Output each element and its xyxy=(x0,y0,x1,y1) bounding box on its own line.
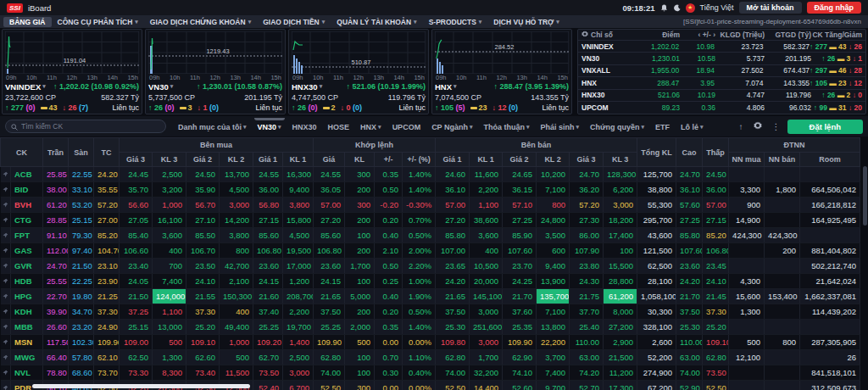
price-cell[interactable]: 52.70 xyxy=(570,381,604,390)
price-cell[interactable]: 28.85 xyxy=(43,213,69,228)
price-cell[interactable] xyxy=(765,274,800,289)
price-cell[interactable]: 23.50 xyxy=(186,259,220,274)
price-cell[interactable]: 3,800 xyxy=(220,228,253,243)
table-row-mbb[interactable]: MBB26.6023.2024.9025.1513,00025.2049,400… xyxy=(1,320,860,335)
price-cell[interactable] xyxy=(729,381,765,390)
price-cell[interactable]: 3,200 xyxy=(153,182,186,198)
price-cell[interactable]: 1.40% xyxy=(403,320,436,335)
tab-chứng-quyền[interactable]: Chứng quyền ▾ xyxy=(590,121,644,131)
price-cell[interactable]: 52.60 xyxy=(503,381,537,390)
price-cell[interactable]: 19,500 xyxy=(283,243,314,259)
price-cell[interactable]: 57.00 xyxy=(436,198,470,213)
price-cell[interactable]: 3,500 xyxy=(537,228,570,243)
price-cell[interactable]: 24.70 xyxy=(570,167,604,182)
price-cell[interactable]: 21.70 xyxy=(676,289,703,304)
price-cell[interactable]: 500 xyxy=(220,350,253,365)
price-cell[interactable]: 841,518,101 xyxy=(800,365,860,381)
price-cell[interactable]: 74.20 xyxy=(570,365,604,381)
price-cell[interactable]: 57.00 xyxy=(703,198,729,213)
ticker-symbol[interactable]: FPT xyxy=(11,228,43,243)
price-cell[interactable]: 2,500 xyxy=(153,167,186,182)
price-cell[interactable]: 21.60 xyxy=(253,289,283,304)
price-cell[interactable]: 19.80 xyxy=(69,289,94,304)
price-cell[interactable]: 24.20 xyxy=(676,274,703,289)
price-cell[interactable]: 9,400 xyxy=(537,259,570,274)
price-cell[interactable]: 124,000 xyxy=(153,289,186,304)
price-cell[interactable]: 23.45 xyxy=(703,259,729,274)
price-cell[interactable]: 110.00 xyxy=(676,335,703,350)
price-cell[interactable]: 36.00 xyxy=(703,182,729,198)
price-cell[interactable]: 34.70 xyxy=(69,304,94,320)
price-cell[interactable]: 135,700 xyxy=(537,289,570,304)
index-row-vn30[interactable]: VN301,230.0110.585.737201.195↑ 26 ▬ 3 ↓ … xyxy=(578,53,865,64)
price-cell[interactable]: 35.55 xyxy=(94,182,120,198)
price-cell[interactable]: 0.40 xyxy=(375,228,403,243)
price-cell[interactable]: 36.10 xyxy=(676,182,703,198)
price-cell[interactable]: 4,500 xyxy=(220,182,253,198)
price-cell[interactable]: 21.50 xyxy=(120,289,153,304)
subcolumn-header[interactable]: Giá 1 xyxy=(436,153,470,167)
price-cell[interactable]: 1,700 xyxy=(470,350,503,365)
ticker-symbol[interactable]: HPG xyxy=(11,289,43,304)
header-ceiling[interactable]: Trần xyxy=(43,138,69,167)
price-cell[interactable]: 3,800 xyxy=(283,198,314,213)
header-reference[interactable]: TC xyxy=(94,138,120,167)
price-cell[interactable]: 37.50 xyxy=(436,304,470,320)
price-cell[interactable]: 21.75 xyxy=(570,289,604,304)
price-cell[interactable]: 56.60 xyxy=(120,198,153,213)
price-cell[interactable] xyxy=(765,198,800,213)
price-cell[interactable]: 38,600 xyxy=(470,213,503,228)
price-cell[interactable]: 10,200 xyxy=(537,167,570,182)
price-cell[interactable]: 62.10 xyxy=(94,350,120,365)
price-cell[interactable]: 62.90 xyxy=(503,350,537,365)
price-cell[interactable]: 3,600 xyxy=(470,228,503,243)
price-cell[interactable]: 85.50 xyxy=(186,228,220,243)
price-cell[interactable]: 85.20 xyxy=(94,228,120,243)
price-cell[interactable]: 24.55 xyxy=(253,167,283,182)
price-cell[interactable]: 73.50 xyxy=(253,365,283,381)
price-cell[interactable]: 400 xyxy=(470,243,503,259)
price-cell[interactable]: 52,200 xyxy=(637,350,676,365)
price-cell[interactable]: 24,800 xyxy=(537,213,570,228)
header-buy-side[interactable]: Bên mua xyxy=(120,138,314,153)
price-cell[interactable]: 25.25 xyxy=(314,320,345,335)
price-cell[interactable] xyxy=(765,259,800,274)
price-cell[interactable]: 52.50 xyxy=(314,381,345,390)
price-cell[interactable]: 21.50 xyxy=(69,259,94,274)
price-cell[interactable]: 424,300 xyxy=(765,228,800,243)
price-cell[interactable]: 42,700 xyxy=(220,259,253,274)
price-cell[interactable]: 26 xyxy=(800,350,860,365)
price-cell[interactable]: 328,100 xyxy=(637,320,676,335)
subcolumn-header[interactable]: KL 2 xyxy=(537,153,570,167)
price-cell[interactable]: 37.30 xyxy=(186,304,220,320)
price-cell[interactable]: -0.30% xyxy=(403,198,436,213)
bell-icon[interactable] xyxy=(660,4,668,12)
price-cell[interactable]: 0.70 xyxy=(375,350,403,365)
price-cell[interactable]: 52.90 xyxy=(676,381,703,390)
price-cell[interactable]: 19,700 xyxy=(283,320,314,335)
price-cell[interactable]: 62.80 xyxy=(703,350,729,365)
price-cell[interactable]: 15,500 xyxy=(604,259,637,274)
price-cell[interactable]: 25.55 xyxy=(43,274,69,289)
ticker-symbol[interactable]: MBB xyxy=(11,320,43,335)
subcolumn-header[interactable]: Room xyxy=(800,153,860,167)
tab-etf[interactable]: ETF xyxy=(655,121,670,131)
subcolumn-header[interactable]: +/- (%) xyxy=(403,153,436,167)
price-cell[interactable]: 145,100 xyxy=(470,289,503,304)
price-cell[interactable]: 1.40% xyxy=(403,167,436,182)
price-cell[interactable]: 400 xyxy=(220,304,253,320)
price-cell[interactable]: 109.00 xyxy=(120,335,153,350)
price-cell[interactable]: 300 xyxy=(345,167,375,182)
price-cell[interactable]: 1,200 xyxy=(283,274,314,289)
price-cell[interactable]: 8,300 xyxy=(153,365,186,381)
price-cell[interactable]: 4,500 xyxy=(283,228,314,243)
price-cell[interactable]: 3,000 xyxy=(220,198,253,213)
price-cell[interactable]: 37.50 xyxy=(314,304,345,320)
table-row-ctg[interactable]: CTG28.8525.1527.0027.0516,10027.1014,200… xyxy=(1,213,860,228)
pin-icon[interactable] xyxy=(1,259,11,274)
price-cell[interactable]: 1,300 xyxy=(153,350,186,365)
price-cell[interactable]: 62.70 xyxy=(253,350,283,365)
price-cell[interactable]: 1,400 xyxy=(283,335,314,350)
price-cell[interactable]: 100 xyxy=(345,350,375,365)
price-cell[interactable]: 21,642,024 xyxy=(800,274,860,289)
